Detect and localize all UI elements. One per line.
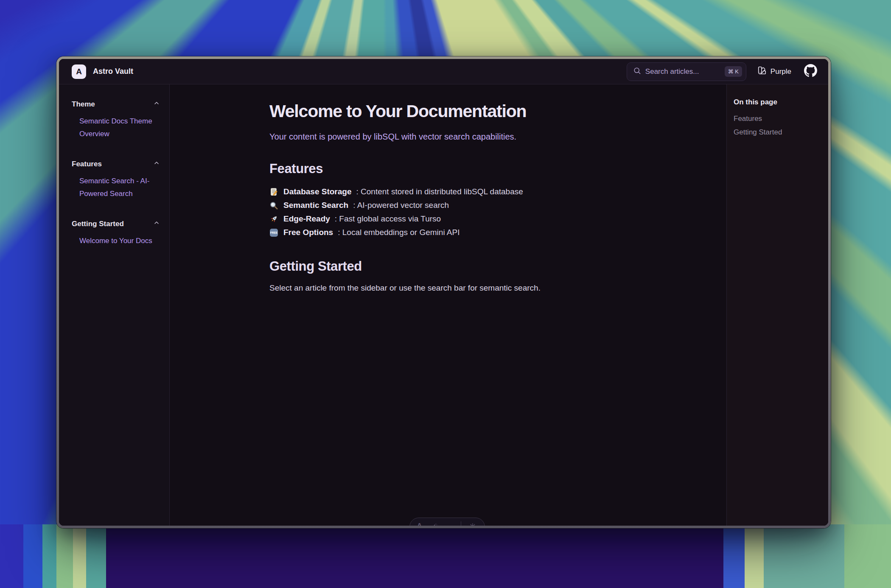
theme-button-label: Purple <box>771 67 791 76</box>
sidebar-section-getting-started: Getting Started Welcome to Your Docs <box>72 219 160 247</box>
page-subtitle: Your content is powered by libSQL with v… <box>269 132 709 142</box>
on-this-page-title: On this page <box>734 98 821 106</box>
github-link[interactable] <box>804 64 817 79</box>
github-icon <box>804 64 817 79</box>
feature-text: : Local embeddings or Gemini API <box>338 228 460 237</box>
desktop-wallpaper-bottom <box>0 524 891 588</box>
chevron-up-icon <box>153 219 160 228</box>
toc-link-features[interactable]: Features <box>734 115 821 123</box>
memo-icon <box>269 187 279 196</box>
list-item: FREE Free Options : Local embeddings or … <box>269 226 709 239</box>
theme-button[interactable]: Purple <box>757 66 791 77</box>
magnifier-icon <box>269 201 279 210</box>
search-icon <box>633 67 641 76</box>
app-window: A Astro Vault ⌘ K Purple <box>56 56 831 528</box>
feature-label: Free Options <box>283 228 333 237</box>
feature-text: : Fast global access via Turso <box>335 214 441 224</box>
toc-link-getting-started[interactable]: Getting Started <box>734 128 821 137</box>
on-this-page-panel: On this page Features Getting Started <box>726 84 828 526</box>
sidebar-section-features-header[interactable]: Features <box>72 160 160 168</box>
features-heading: Features <box>269 161 709 176</box>
rocket-icon <box>269 214 279 224</box>
list-item: Database Storage : Content stored in dis… <box>269 185 709 199</box>
free-badge-icon: FREE <box>269 228 279 237</box>
search-input[interactable] <box>645 67 720 76</box>
list-item: Edge-Ready : Fast global access via Turs… <box>269 212 709 226</box>
floating-toolbar: A <box>409 518 485 526</box>
highlighter-icon[interactable] <box>429 522 438 526</box>
feature-text: : AI-powered vector search <box>353 201 449 210</box>
minus-icon[interactable] <box>445 522 454 526</box>
sidebar: Theme Semantic Docs Theme Overview Featu… <box>59 84 170 526</box>
toolbar-divider <box>461 521 462 526</box>
sidebar-link-semantic-search[interactable]: Semantic Search - AI-Powered Search <box>79 175 157 200</box>
sidebar-section-getting-started-header[interactable]: Getting Started <box>72 219 160 228</box>
feature-label: Edge-Ready <box>283 214 330 224</box>
sidebar-section-title: Features <box>72 160 102 168</box>
top-bar: A Astro Vault ⌘ K Purple <box>59 59 828 84</box>
main-content: Welcome to Your Documentation Your conte… <box>170 84 726 526</box>
search-shortcut-badge: ⌘ K <box>725 66 742 77</box>
sidebar-section-theme: Theme Semantic Docs Theme Overview <box>72 100 160 140</box>
app-title: Astro Vault <box>93 67 133 76</box>
sidebar-section-title: Theme <box>72 100 95 109</box>
list-item: Semantic Search : AI-powered vector sear… <box>269 199 709 212</box>
feature-label: Semantic Search <box>283 201 348 210</box>
settings-gear-icon[interactable] <box>468 522 477 526</box>
app-logo-letter: A <box>76 67 82 76</box>
sidebar-section-theme-header[interactable]: Theme <box>72 100 160 109</box>
sidebar-section-features: Features Semantic Search - AI-Powered Se… <box>72 160 160 200</box>
swatch-book-icon <box>757 66 767 77</box>
page-title: Welcome to Your Documentation <box>269 101 709 121</box>
search-box[interactable]: ⌘ K <box>627 62 746 81</box>
sidebar-link-welcome-to-your-docs[interactable]: Welcome to Your Docs <box>79 235 157 247</box>
getting-started-paragraph: Select an article from the sidebar or us… <box>269 283 709 293</box>
chevron-up-icon <box>153 160 160 168</box>
feature-text: : Content stored in distributed libSQL d… <box>356 187 523 196</box>
features-list: Database Storage : Content stored in dis… <box>269 185 709 239</box>
sidebar-link-semantic-docs-theme-overview[interactable]: Semantic Docs Theme Overview <box>79 115 157 140</box>
getting-started-heading: Getting Started <box>269 259 709 274</box>
app-window-inner: A Astro Vault ⌘ K Purple <box>59 59 828 526</box>
free-badge-text: FREE <box>270 231 278 234</box>
font-size-icon[interactable]: A <box>417 522 422 526</box>
feature-label: Database Storage <box>283 187 352 196</box>
window-body: Theme Semantic Docs Theme Overview Featu… <box>59 84 828 526</box>
app-logo: A <box>72 64 86 79</box>
chevron-up-icon <box>153 100 160 109</box>
sidebar-section-title: Getting Started <box>72 220 124 228</box>
